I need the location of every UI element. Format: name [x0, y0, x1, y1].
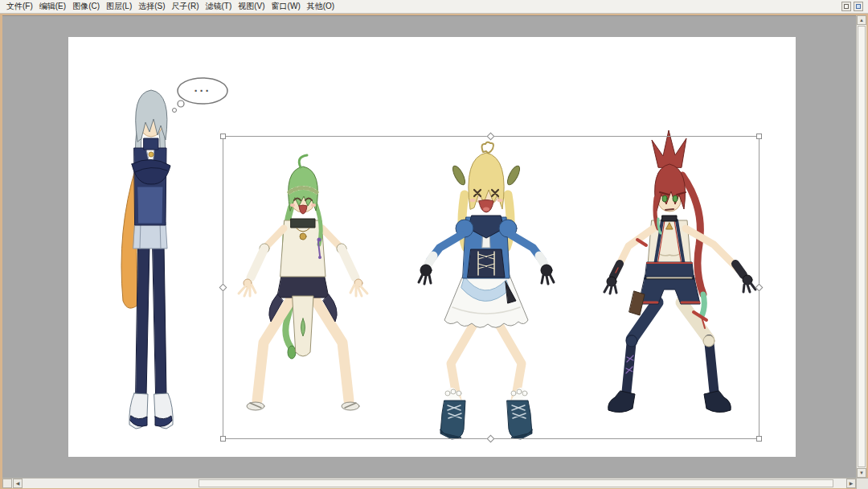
- scroll-left-button[interactable]: ◀: [13, 479, 23, 488]
- mini-button-2[interactable]: [854, 2, 863, 11]
- character-blonde: [419, 142, 554, 439]
- vertical-scrollbar[interactable]: ▲ ▼: [856, 15, 866, 478]
- mini-button-1[interactable]: [841, 2, 851, 11]
- mini-button-2-icon: [856, 4, 861, 9]
- menu-other[interactable]: 其他(O): [304, 0, 338, 13]
- horizontal-scrollbar-thumb[interactable]: [199, 479, 833, 487]
- character-red: [604, 130, 755, 413]
- svg-text:···: ···: [194, 84, 211, 97]
- scroll-up-icon: ▲: [859, 18, 864, 23]
- character-green: [239, 155, 367, 410]
- selection-handle-bottom-right[interactable]: [756, 436, 762, 442]
- canvas-artwork: ···: [68, 37, 796, 457]
- menu-view[interactable]: 视图(V): [235, 0, 268, 13]
- menu-bar-mini-buttons: [841, 2, 863, 11]
- menu-file[interactable]: 文件(F): [3, 0, 36, 13]
- app-window: { "app": { "menu_items": ["文件(F)","编辑(E)…: [0, 0, 868, 489]
- scrollbar-corner-button[interactable]: [2, 479, 12, 488]
- scroll-left-icon: ◀: [16, 481, 20, 486]
- workspace: ···: [2, 15, 856, 478]
- character-silver: [121, 90, 173, 429]
- selection-handle-bottom-left[interactable]: [220, 436, 226, 442]
- scrollbar-corner: [856, 478, 868, 489]
- vertical-scrollbar-thumb[interactable]: [858, 26, 866, 467]
- menu-canvas[interactable]: 图像(C): [69, 0, 103, 13]
- document-canvas[interactable]: ···: [68, 37, 796, 457]
- scroll-up-button[interactable]: ▲: [857, 15, 866, 25]
- scroll-right-button[interactable]: ▶: [846, 479, 856, 488]
- menu-select[interactable]: 选择(S): [135, 0, 168, 13]
- menu-ruler[interactable]: 尺子(R): [169, 0, 203, 13]
- menu-window[interactable]: 窗口(W): [268, 0, 304, 13]
- horizontal-scrollbar[interactable]: ◀ ▶: [2, 478, 856, 488]
- scroll-down-icon: ▼: [859, 471, 864, 475]
- menu-filter[interactable]: 滤镜(T): [202, 0, 235, 13]
- menu-bar: 文件(F) 编辑(E) 图像(C) 图层(L) 选择(S) 尺子(R) 滤镜(T…: [0, 0, 868, 14]
- selection-handle-top-right[interactable]: [756, 134, 762, 139]
- selection-handle-top-left[interactable]: [220, 134, 226, 139]
- menu-layer[interactable]: 图层(L): [103, 0, 135, 13]
- menu-edit[interactable]: 编辑(E): [36, 0, 69, 13]
- scroll-down-button[interactable]: ▼: [857, 468, 866, 478]
- speech-bubble: ···: [173, 78, 228, 113]
- mini-button-1-icon: [844, 4, 849, 9]
- scroll-right-icon: ▶: [850, 481, 854, 486]
